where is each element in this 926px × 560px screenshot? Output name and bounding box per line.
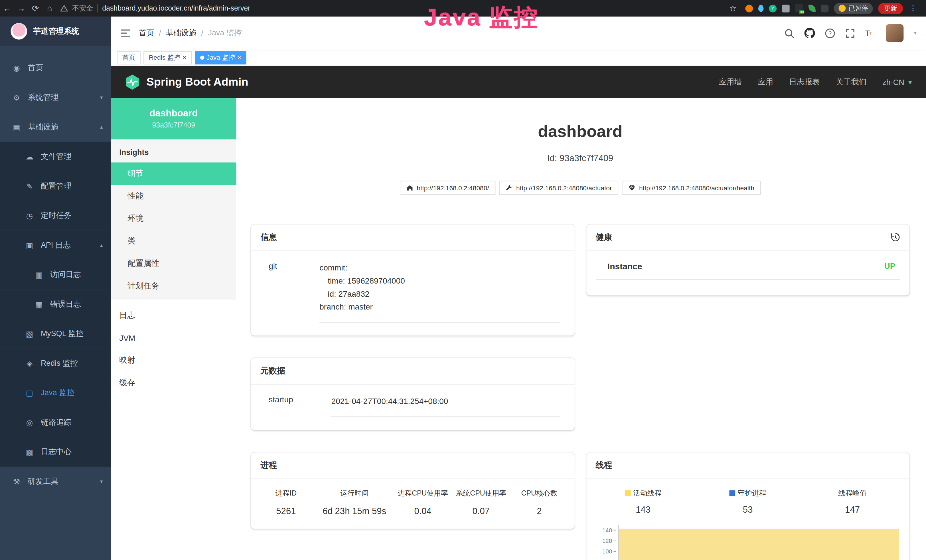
threads-card-title: 线程 — [586, 453, 909, 479]
nav-item-env[interactable]: 环境 — [111, 207, 236, 230]
nav-item-logs[interactable]: 日志 — [111, 304, 236, 327]
extension-dark-icon[interactable] — [821, 5, 828, 12]
instance-sidebar: dashboard 93a3fc7f7409 Insights 细节 性能 环境… — [111, 98, 236, 560]
tab-java[interactable]: Java 监控× — [195, 51, 247, 64]
sidebar-item-java[interactable]: ▢Java 监控 — [0, 378, 111, 408]
extension-grid-icon[interactable] — [782, 5, 790, 12]
chevron-up-icon: ▴ — [100, 242, 103, 248]
threads-card: 线程 活动线程 143 守护进程 53 — [586, 453, 909, 560]
actuator-url-link[interactable]: http://192.168.0.2:48080/actuator — [499, 180, 618, 195]
sidebar-item-infra[interactable]: ▤基础设施▴ — [0, 112, 111, 142]
sidebar-item-access-log[interactable]: ▥访问日志 — [0, 260, 111, 289]
nav-item-classes[interactable]: 类 — [111, 230, 236, 253]
sidebar-item-devtools[interactable]: ⚒研发工具▾ — [0, 467, 111, 496]
bookmark-star-icon[interactable]: ☆ — [726, 3, 740, 13]
avatar-caret-icon[interactable]: ▾ — [914, 30, 916, 36]
sidebar-item-redis[interactable]: ◈Redis 监控 — [0, 349, 111, 378]
reload-icon[interactable]: ⟳ — [28, 3, 42, 13]
sidebar-item-api-log[interactable]: ▣API 日志▴ — [0, 230, 111, 260]
nav-item-mappings[interactable]: 映射 — [111, 349, 236, 372]
profile-paused-chip[interactable]: 已暂停 — [834, 3, 873, 14]
sba-nav: 应用墙 应用 日志报表 关于我们 zh-CN ▼ — [719, 77, 913, 87]
instance-header[interactable]: dashboard 93a3fc7f7409 — [111, 98, 236, 139]
sidebar-item-home[interactable]: ◉首页 — [0, 53, 111, 83]
help-icon[interactable]: ? — [825, 28, 835, 38]
github-icon[interactable] — [805, 28, 815, 38]
sidebar-item-system[interactable]: ⚙系统管理▾ — [0, 83, 111, 112]
metadata-key: startup — [260, 395, 331, 417]
threads-chart: 140 120 100 — [586, 525, 909, 560]
info-key: git — [260, 262, 319, 322]
extension-drop-icon[interactable] — [758, 5, 764, 12]
instance-id-line: Id: 93a3fc7f7409 — [251, 153, 909, 163]
health-instance-row[interactable]: Instance UP — [595, 262, 900, 280]
sba-nav-applications[interactable]: 应用 — [758, 77, 773, 87]
home-icon[interactable]: ⌂ — [42, 3, 57, 13]
close-icon[interactable]: × — [237, 54, 241, 61]
svg-text:T: T — [865, 29, 870, 38]
admin-sidebar: 芋道管理系统 ◉首页 ⚙系统管理▾ ▤基础设施▴ ☁文件管理 ✎配置管理 ◷定时… — [0, 17, 111, 560]
security-label: 不安全 — [72, 3, 94, 13]
chrome-menu-icon[interactable]: ⋮ — [909, 4, 917, 12]
sidebar-item-log-center[interactable]: ▩日志中心 — [0, 437, 111, 467]
info-value: commit: time: 1596289704000 id: 27aa832 … — [319, 262, 560, 322]
close-icon[interactable]: × — [183, 54, 186, 61]
live-threads-area — [619, 529, 899, 560]
app-logo-row[interactable]: 芋道管理系统 — [0, 17, 111, 46]
back-icon[interactable]: ← — [0, 3, 14, 13]
sba-language-select[interactable]: zh-CN ▼ — [882, 77, 913, 86]
log-icon: ▣ — [25, 241, 34, 250]
sba-nav-wall[interactable]: 应用墙 — [719, 77, 742, 87]
sidebar-item-trace[interactable]: ◎链路追踪 — [0, 408, 111, 437]
breadcrumb-home[interactable]: 首页 — [139, 28, 154, 38]
extension-green-icon[interactable]: Y — [769, 5, 776, 12]
sidebar-item-config[interactable]: ✎配置管理 — [0, 171, 111, 201]
service-url-link[interactable]: http://192.168.0.2:48080/ — [399, 180, 495, 195]
breadcrumb-separator: / — [201, 29, 203, 37]
history-icon[interactable] — [890, 232, 900, 242]
app-logo-icon — [11, 23, 27, 40]
url-text: dashboard.yudao.iocoder.cn/infra/admin-s… — [102, 4, 250, 12]
screen: ← → ⟳ ⌂ 不安全 dashboard.yudao.iocoder.cn/i… — [0, 0, 926, 560]
chevron-down-icon: ▾ — [100, 478, 103, 484]
sba-brand[interactable]: Spring Boot Admin — [124, 74, 248, 91]
breadcrumb-section[interactable]: 基础设施 — [166, 28, 197, 38]
divider — [98, 4, 98, 12]
health-url-link[interactable]: http://192.168.0.2:48080/actuator/health — [622, 180, 761, 195]
chrome-update-button[interactable]: 更新 — [878, 3, 903, 14]
nav-item-details[interactable]: 细节 — [111, 162, 236, 185]
extension-leaf-icon[interactable] — [808, 5, 816, 12]
sidebar-item-job[interactable]: ◷定时任务 — [0, 201, 111, 230]
breadcrumb-current: Java 监控 — [208, 28, 242, 38]
breadcrumb-separator: / — [159, 29, 161, 37]
sba-nav-about[interactable]: 关于我们 — [836, 77, 867, 87]
nav-item-configprops[interactable]: 配置属性 — [111, 252, 236, 275]
database-icon: ▧ — [25, 329, 34, 338]
nav-item-metrics[interactable]: 性能 — [111, 185, 236, 207]
extension-icon[interactable] — [745, 5, 753, 12]
extension-on-icon[interactable]: on — [795, 4, 803, 12]
fullscreen-icon[interactable] — [845, 28, 855, 38]
metadata-card-title: 元数据 — [251, 358, 574, 384]
nav-item-scheduledtasks[interactable]: 计划任务 — [111, 275, 236, 297]
sidebar-item-error-log[interactable]: ▦错误日志 — [0, 289, 111, 319]
font-size-icon[interactable]: TT — [865, 28, 876, 38]
user-avatar[interactable] — [886, 24, 904, 42]
cloud-icon: ☁ — [25, 152, 34, 161]
address-bar[interactable]: 不安全 dashboard.yudao.iocoder.cn/infra/adm… — [60, 3, 726, 13]
sba-header: Spring Boot Admin 应用墙 应用 日志报表 关于我们 zh-CN… — [111, 66, 926, 98]
sba-nav-journal[interactable]: 日志报表 — [789, 77, 820, 87]
search-icon[interactable] — [785, 28, 794, 38]
tab-redis[interactable]: Redis 监控× — [144, 51, 192, 64]
paused-label: 已暂停 — [849, 4, 868, 12]
nav-item-jvm[interactable]: JVM — [111, 327, 236, 349]
infra-submenu: ☁文件管理 ✎配置管理 ◷定时任务 ▣API 日志▴ ▥访问日志 ▦错误日志 ▧… — [0, 142, 111, 467]
info-row: git commit: time: 1596289704000 id: 27aa… — [251, 251, 574, 336]
sidebar-item-mysql[interactable]: ▧MySQL 监控 — [0, 319, 111, 349]
tab-home[interactable]: 首页 — [117, 51, 141, 64]
nav-item-caches[interactable]: 缓存 — [111, 372, 236, 394]
hamburger-icon[interactable] — [120, 29, 130, 37]
legend-daemon-threads: 守护进程 53 — [696, 488, 800, 515]
forward-icon[interactable]: → — [14, 3, 29, 13]
sidebar-item-file[interactable]: ☁文件管理 — [0, 142, 111, 171]
